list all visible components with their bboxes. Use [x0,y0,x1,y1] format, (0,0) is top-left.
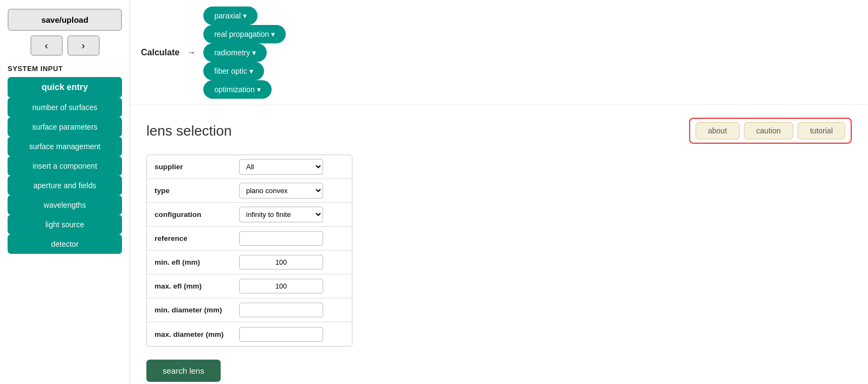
search-lens-button[interactable]: search lens [146,360,221,382]
sidebar: save/upload ‹ › SYSTEM INPUT quick entry… [0,0,130,384]
tutorial-button[interactable]: tutorial [798,122,845,139]
nav-forward-button[interactable]: › [67,35,100,56]
topbar-btn-optimization[interactable]: optimization ▾ [203,80,272,99]
form-row-type: typeplano convexbiconvexbiconcaveplano c… [147,179,352,203]
info-buttons-group: about caution tutorial [689,118,852,144]
sidebar-item-aperture-and-fields[interactable]: aperture and fields [8,176,122,195]
caution-button[interactable]: caution [744,122,793,139]
topbar: Calculate → paraxial ▾real propagation ▾… [130,0,868,105]
arrow-icon: → [187,48,196,57]
lens-form: supplierAllEdmund OpticsThorlabsNewportt… [146,155,352,347]
form-label-min-diameter: min. diameter (mm) [147,302,234,318]
form-label-min-efl: min. efl (mm) [147,254,234,271]
form-row-supplier: supplierAllEdmund OpticsThorlabsNewport [147,155,352,179]
sidebar-item-quick-entry[interactable]: quick entry [8,77,122,98]
form-input-reference[interactable] [239,231,323,246]
form-select-configuration[interactable]: infinity to finitefinite to infinityfini… [239,207,323,222]
form-row-configuration: configurationinfinity to finitefinite to… [147,203,352,227]
sidebar-item-wavelengths[interactable]: wavelengths [8,195,122,215]
system-input-label: SYSTEM INPUT [8,65,122,73]
form-row-reference: reference [147,227,352,251]
form-label-supplier: supplier [147,158,234,175]
form-select-type[interactable]: plano convexbiconvexbiconcaveplano conca… [239,183,323,199]
form-input-min-efl[interactable] [239,255,323,270]
nav-row: ‹ › [8,35,122,56]
form-row-max-diameter: max. diameter (mm) [147,322,352,346]
form-label-max-efl: max. efl (mm) [147,278,234,295]
page-title: lens selection [146,123,232,139]
sidebar-item-number-of-surfaces[interactable]: number of surfaces [8,98,122,117]
form-input-min-diameter[interactable] [239,303,323,317]
topbar-btn-paraxial[interactable]: paraxial ▾ [203,7,258,25]
form-label-configuration: configuration [147,206,234,223]
form-row-max-efl: max. efl (mm) [147,274,352,298]
nav-back-button[interactable]: ‹ [30,35,63,56]
sidebar-buttons-container: quick entrynumber of surfacessurface par… [8,77,122,254]
sidebar-item-surface-management[interactable]: surface management [8,137,122,156]
main-area: Calculate → paraxial ▾real propagation ▾… [130,0,868,384]
form-label-reference: reference [147,230,234,247]
calculate-label: Calculate [141,48,179,57]
page-header: lens selection about caution tutorial [146,118,852,144]
form-input-max-efl[interactable] [239,279,323,293]
form-row-min-efl: min. efl (mm) [147,251,352,274]
form-select-supplier[interactable]: AllEdmund OpticsThorlabsNewport [239,159,323,175]
sidebar-item-insert-a-component[interactable]: insert a component [8,156,122,176]
save-upload-button[interactable]: save/upload [8,9,122,31]
topbar-btn-radiometry[interactable]: radiometry ▾ [203,43,267,62]
about-button[interactable]: about [696,122,740,139]
form-input-max-diameter[interactable] [239,327,323,342]
form-row-min-diameter: min. diameter (mm) [147,298,352,322]
topbar-btn-fiber-optic[interactable]: fiber optic ▾ [203,62,264,80]
topbar-btn-real-propagation[interactable]: real propagation ▾ [203,25,286,43]
content-area: lens selection about caution tutorial su… [130,105,868,384]
form-label-max-diameter: max. diameter (mm) [147,326,234,343]
form-label-type: type [147,182,234,199]
topbar-buttons-container: paraxial ▾real propagation ▾radiometry ▾… [203,7,286,99]
sidebar-item-light-source[interactable]: light source [8,215,122,234]
sidebar-item-detector[interactable]: detector [8,234,122,254]
sidebar-item-surface-parameters[interactable]: surface parameters [8,117,122,137]
